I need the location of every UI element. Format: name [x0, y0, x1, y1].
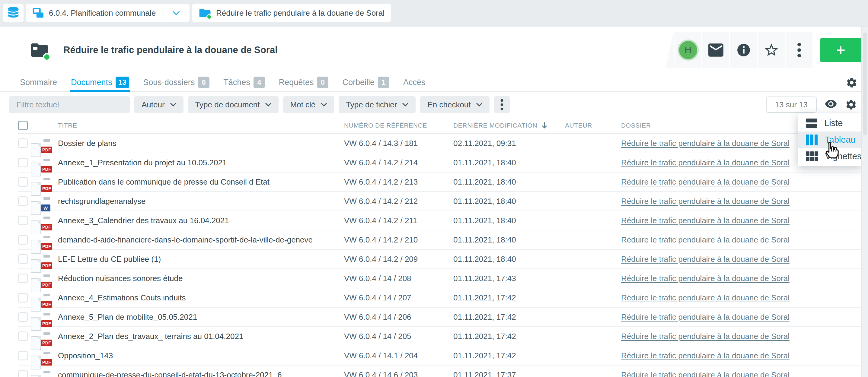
document-title[interactable]: Réduction nuisances sonores étude — [58, 274, 344, 283]
row-checkbox[interactable] — [18, 196, 28, 206]
table-row[interactable]: W rechtsgrundlagenanalyse VW 6.0.4 / 14.… — [18, 192, 868, 211]
document-title[interactable]: rechtsgrundlagenanalyse — [58, 197, 344, 206]
view-settings-button[interactable] — [845, 99, 857, 111]
table-row[interactable]: PDF communique-de-presse-du-conseil-d-et… — [18, 366, 868, 377]
column-dossier[interactable]: DOSSIER — [621, 122, 788, 129]
document-title[interactable]: Annexe_2_Plan des_travaux_ terrains au 0… — [58, 332, 344, 341]
folder-link[interactable]: Réduire le trafic pendulaire à la douane… — [621, 332, 789, 341]
table-header: TITRE NUMÉRO DE RÉFÉRENCE DERNIÈRE MODIF… — [18, 117, 868, 134]
user-avatar[interactable]: H — [675, 32, 702, 68]
document-title[interactable]: Annexe_5_Plan de mobilite_05.05.2021 — [58, 312, 344, 322]
tab-documents[interactable]: Documents13 — [71, 74, 129, 91]
visibility-button[interactable] — [825, 100, 837, 110]
row-checkbox[interactable] — [18, 138, 28, 148]
folder-link[interactable]: Réduire le trafic pendulaire à la douane… — [621, 158, 789, 167]
table-row[interactable]: PDF Publication dans le communique de pr… — [18, 173, 868, 192]
folder-link[interactable]: Réduire le trafic pendulaire à la douane… — [621, 197, 789, 206]
filter-mot-cle[interactable]: Mot clé — [283, 96, 334, 113]
add-button[interactable]: + — [820, 38, 862, 62]
column-modification[interactable]: DERNIÈRE MODIFICATION — [453, 121, 565, 130]
tab-divider — [163, 7, 164, 19]
document-title[interactable]: Opposition_143 — [58, 351, 344, 361]
row-checkbox[interactable] — [18, 254, 28, 264]
row-checkbox[interactable] — [18, 158, 28, 167]
table-row[interactable]: PDF LE-E Lettre du CE publiee (1) VW 6.0… — [18, 250, 868, 269]
tab-corbeille[interactable]: Corbeille1 — [342, 74, 389, 91]
text-filter-input[interactable]: Filtre textuel — [9, 96, 130, 113]
document-title[interactable]: communique-de-presse-du-conseil-d-etat-d… — [58, 370, 344, 377]
row-checkbox[interactable] — [18, 235, 28, 245]
more-menu-button[interactable] — [785, 32, 812, 68]
kebab-icon — [500, 99, 503, 111]
document-title[interactable]: Annexe_4_Estimations Couts induits — [58, 293, 344, 303]
list-view-icon — [806, 118, 817, 128]
header-actions: H + — [665, 27, 868, 74]
table-row[interactable]: PDF Annexe_5_Plan de mobilite_05.05.2021… — [18, 308, 868, 327]
tab-requetes[interactable]: Requêtes0 — [279, 74, 329, 91]
more-filters-button[interactable] — [494, 96, 510, 113]
folder-link[interactable]: Réduire le trafic pendulaire à la douane… — [621, 370, 789, 377]
chevron-down-icon — [402, 103, 408, 106]
folder-link[interactable]: Réduire le trafic pendulaire à la douane… — [621, 312, 789, 321]
document-title[interactable]: LE-E Lettre du CE publiee (1) — [58, 254, 344, 264]
last-modified: 01.11.2021, 18:40 — [453, 177, 565, 187]
app-logo-tile[interactable] — [3, 4, 24, 22]
last-modified: 01.11.2021, 17:42 — [453, 332, 565, 341]
reference-number: VW 6.0.4 / 14.2 / 213 — [344, 177, 453, 187]
table-row[interactable]: PDF Annexe_3_Calendrier des travaux au 1… — [18, 211, 868, 231]
column-titre[interactable]: TITRE — [58, 122, 344, 129]
document-title[interactable]: Dossier de plans — [58, 139, 344, 148]
favorite-button[interactable] — [758, 32, 785, 68]
workspace-tab[interactable]: 6.0.4. Planification communale — [26, 4, 189, 22]
folder-link[interactable]: Réduire le trafic pendulaire à la douane… — [621, 235, 789, 244]
filter-type-fichier[interactable]: Type de fichier — [339, 96, 415, 113]
document-title[interactable]: demande-d-aide-financiere-dans-le-domain… — [58, 235, 344, 245]
tab-taches[interactable]: Tâches4 — [223, 74, 265, 91]
document-title[interactable]: Annexe_1_Presentation du projet au 10.05… — [58, 158, 344, 167]
row-checkbox[interactable] — [18, 274, 28, 283]
tab-sommaire[interactable]: Sommaire — [20, 74, 57, 91]
document-title[interactable]: Publication dans le communique de presse… — [58, 177, 344, 187]
folder-link[interactable]: Réduire le trafic pendulaire à la douane… — [621, 274, 789, 283]
row-checkbox[interactable] — [18, 332, 28, 341]
folder-link[interactable]: Réduire le trafic pendulaire à la douane… — [621, 139, 789, 148]
folder-link[interactable]: Réduire le trafic pendulaire à la douane… — [621, 216, 789, 225]
reference-number: VW 6.0.4 / 14.1 / 204 — [344, 351, 453, 361]
filter-en-checkout[interactable]: En checkout — [420, 96, 489, 113]
table-row[interactable]: PDF Annexe_1_Presentation du projet au 1… — [18, 153, 868, 173]
row-checkbox[interactable] — [18, 351, 28, 361]
info-button[interactable] — [730, 32, 757, 68]
folder-link[interactable]: Réduire le trafic pendulaire à la douane… — [621, 254, 789, 264]
table-row[interactable]: PDF Réduction nuisances sonores étude VW… — [18, 269, 868, 288]
column-auteur[interactable]: AUTEUR — [565, 122, 621, 129]
filter-type-document[interactable]: Type de document — [188, 96, 279, 113]
row-checkbox[interactable] — [18, 216, 28, 225]
filter-auteur[interactable]: Auteur — [134, 96, 184, 113]
folder-link[interactable]: Réduire le trafic pendulaire à la douane… — [621, 293, 789, 302]
tab-acces[interactable]: Accès — [403, 74, 426, 91]
tab-sous-dossiers[interactable]: Sous-dossiers6 — [143, 74, 210, 91]
folder-link[interactable]: Réduire le trafic pendulaire à la douane… — [621, 351, 789, 360]
document-tab[interactable]: Réduire le trafic pendulaire à la douane… — [192, 4, 391, 22]
select-all-checkbox[interactable] — [18, 121, 28, 130]
column-reference[interactable]: NUMÉRO DE RÉFÉRENCE — [344, 122, 453, 129]
page-title: Réduire le trafic pendulaire à la douane… — [63, 45, 278, 56]
folder-link[interactable]: Réduire le trafic pendulaire à la douane… — [621, 177, 789, 186]
table-row[interactable]: PDF Opposition_143 VW 6.0.4 / 14.1 / 204… — [18, 346, 868, 366]
view-menu-item-liste[interactable]: Liste — [798, 115, 862, 132]
tabs-settings-button[interactable] — [846, 77, 858, 89]
row-checkbox[interactable] — [18, 177, 28, 187]
table-row[interactable]: PDF Dossier de plans VW 6.0.4 / 14.3 / 1… — [18, 134, 868, 153]
table-row[interactable]: PDF Annexe_2_Plan des_travaux_ terrains … — [18, 327, 868, 346]
chevron-down-icon[interactable] — [169, 11, 183, 15]
info-icon — [736, 42, 751, 58]
row-checkbox[interactable] — [18, 293, 28, 303]
scrollbar-thumb[interactable] — [863, 33, 867, 135]
mail-button[interactable] — [702, 32, 729, 68]
document-title[interactable]: Annexe_3_Calendrier des travaux au 16.04… — [58, 216, 344, 225]
table-row[interactable]: PDF Annexe_4_Estimations Couts induits V… — [18, 288, 868, 308]
row-checkbox[interactable] — [18, 370, 28, 377]
table-row[interactable]: PDF demande-d-aide-financiere-dans-le-do… — [18, 231, 868, 250]
row-checkbox[interactable] — [18, 312, 28, 322]
scrollbar-track[interactable] — [861, 27, 868, 377]
